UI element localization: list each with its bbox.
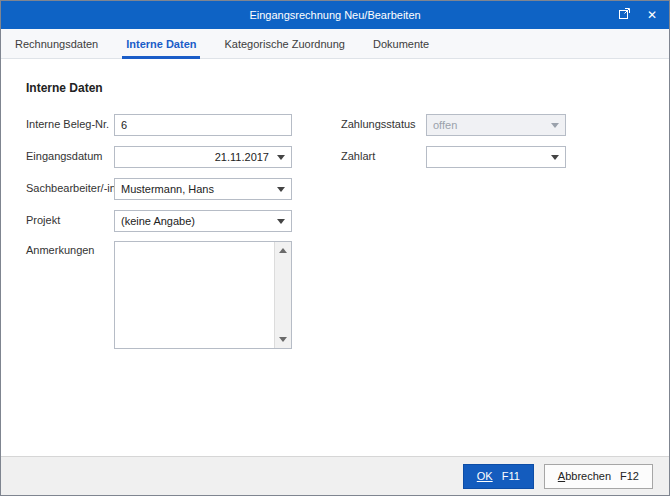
dropdown-arrow-icon	[551, 123, 559, 128]
anmerkungen-field	[114, 241, 292, 349]
anmerkungen-textarea[interactable]	[115, 242, 274, 348]
scroll-down-button[interactable]	[275, 331, 291, 348]
scroll-up-button[interactable]	[275, 242, 291, 259]
cancel-button-label: Abbrechen	[558, 470, 611, 482]
scroll-down-icon	[279, 337, 287, 342]
open-in-new-window-icon	[618, 7, 631, 23]
dropdown-arrow-icon	[277, 187, 285, 192]
tab-label: Kategorische Zuordnung	[224, 38, 344, 50]
sachbearbeiter-dropdown[interactable]: Mustermann, Hans	[114, 178, 292, 200]
zahlart-dropdown[interactable]	[426, 146, 566, 168]
zahlungsstatus-value: offen	[433, 119, 457, 131]
titlebar-controls: ✕	[611, 1, 665, 29]
section-heading: Interne Daten	[26, 81, 103, 95]
tab-label: Rechnungsdaten	[15, 38, 98, 50]
sachbearbeiter-value: Mustermann, Hans	[121, 183, 214, 195]
tab-dokumente[interactable]: Dokumente	[359, 29, 443, 58]
anmerkungen-label: Anmerkungen	[26, 244, 95, 256]
tab-rechnungsdaten[interactable]: Rechnungsdaten	[1, 29, 112, 58]
eingangsdatum-label: Eingangsdatum	[26, 150, 102, 162]
window-title: Eingangsrechnung Neu/Bearbeiten	[1, 1, 669, 29]
close-icon: ✕	[647, 8, 657, 22]
titlebar: Eingangsrechnung Neu/Bearbeiten ✕	[1, 1, 669, 29]
tab-label: Dokumente	[373, 38, 429, 50]
eingangsdatum-dropdown[interactable]: 21.11.2017	[114, 146, 292, 168]
interne-beleg-nr-input[interactable]	[115, 115, 291, 135]
dialog-window: Eingangsrechnung Neu/Bearbeiten ✕ Rechnu…	[0, 0, 670, 496]
tab-label: Interne Daten	[126, 38, 196, 50]
footer-bar: OK F11 Abbrechen F12	[1, 456, 669, 495]
popout-window-button[interactable]	[611, 3, 637, 27]
zahlart-label: Zahlart	[341, 150, 375, 162]
sachbearbeiter-label: Sachbearbeiter/-in	[26, 182, 116, 194]
zahlungsstatus-label: Zahlungsstatus	[341, 118, 416, 130]
projekt-label: Projekt	[26, 214, 60, 226]
tab-kategorische-zuordnung[interactable]: Kategorische Zuordnung	[210, 29, 358, 58]
cancel-button[interactable]: Abbrechen F12	[544, 464, 653, 489]
projekt-value: (keine Angabe)	[121, 215, 195, 227]
interne-beleg-nr-label: Interne Beleg-Nr.	[26, 118, 109, 130]
projekt-dropdown[interactable]: (keine Angabe)	[114, 210, 292, 232]
interne-beleg-nr-field	[114, 114, 292, 136]
ok-button[interactable]: OK F11	[463, 464, 534, 489]
ok-button-label: OK	[477, 470, 493, 482]
anmerkungen-scrollbar[interactable]	[274, 242, 291, 348]
cancel-button-shortcut: F12	[620, 470, 639, 482]
zahlungsstatus-dropdown: offen	[426, 114, 566, 136]
scroll-up-icon	[279, 248, 287, 253]
dropdown-arrow-icon	[551, 155, 559, 160]
tab-interne-daten[interactable]: Interne Daten	[112, 29, 210, 58]
dropdown-arrow-icon	[277, 219, 285, 224]
dropdown-arrow-icon	[277, 155, 285, 160]
tab-bar: Rechnungsdaten Interne Daten Kategorisch…	[1, 29, 669, 59]
close-button[interactable]: ✕	[639, 3, 665, 27]
ok-button-shortcut: F11	[502, 470, 520, 482]
eingangsdatum-value: 21.11.2017	[215, 151, 269, 163]
